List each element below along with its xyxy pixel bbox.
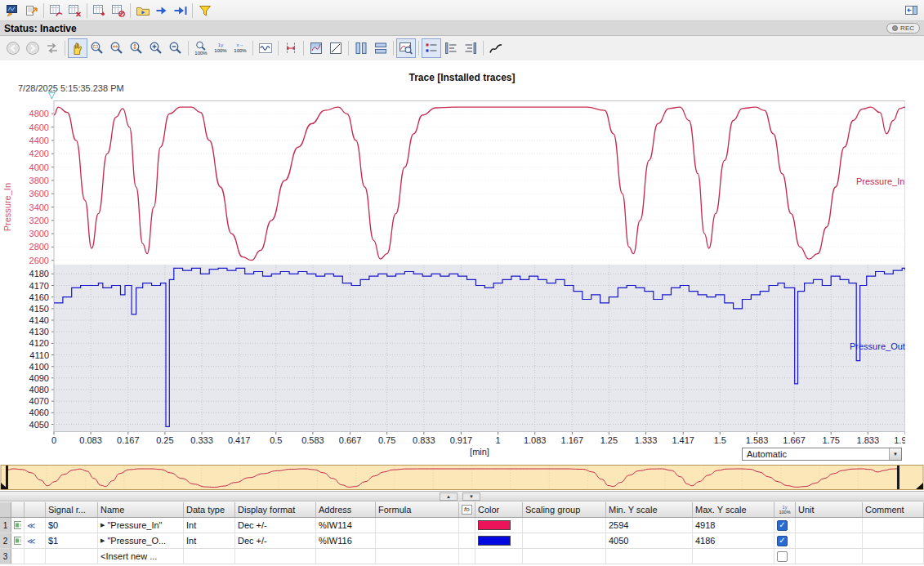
zoom-area-button[interactable] — [87, 38, 107, 58]
line-style-button[interactable] — [326, 38, 346, 58]
trace-overview[interactable] — [0, 465, 924, 490]
name-cell[interactable]: ▶"Pressure_O... — [98, 533, 184, 548]
header-signal[interactable]: Signal r... — [46, 502, 98, 517]
signal-ref-cell[interactable]: $1 — [46, 533, 98, 548]
svg-text:4180: 4180 — [29, 269, 49, 279]
zoom-time-button[interactable] — [107, 38, 127, 58]
color-cell[interactable] — [475, 533, 523, 548]
export-traces-button[interactable] — [22, 2, 41, 20]
filter-button[interactable] — [195, 2, 214, 20]
swap-view-button[interactable] — [42, 38, 62, 58]
legend-left-button[interactable] — [441, 38, 461, 58]
back-button[interactable] — [3, 38, 23, 58]
chart-appearance-button[interactable] — [306, 38, 326, 58]
add-measurement-button[interactable] — [47, 2, 65, 20]
zoom-100-button[interactable]: 100% — [191, 38, 211, 58]
color-cell[interactable] — [475, 518, 523, 533]
data-type-cell[interactable]: Int — [184, 518, 235, 533]
import-measurement-button[interactable] — [133, 2, 152, 20]
name-cell[interactable]: ▶"Pressure_In" — [98, 518, 184, 533]
filter-icon — [198, 3, 212, 18]
visible-checkbox[interactable] — [777, 520, 788, 531]
color-swatch[interactable] — [478, 536, 511, 546]
save-measurement-button[interactable] — [90, 2, 109, 20]
scaling-group-cell[interactable] — [523, 533, 606, 548]
y-scale-100-button[interactable]: 1y100% — [211, 38, 230, 58]
chevron-down-icon[interactable]: ▼ — [889, 448, 901, 460]
transfer-to-device-button[interactable] — [171, 2, 190, 20]
address-cell[interactable]: %IW114 — [316, 518, 376, 533]
scaling-group-cell[interactable] — [523, 518, 606, 533]
header-name[interactable]: Name — [98, 502, 184, 517]
expand-arrow-icon[interactable]: ▶ — [100, 537, 105, 544]
header-fo-icon: fo — [459, 502, 475, 517]
formula-cell[interactable] — [376, 518, 459, 533]
header-min-y[interactable]: Min. Y scale — [606, 502, 693, 517]
formula-cell[interactable] — [376, 533, 459, 548]
zoom-value-button[interactable] — [127, 38, 146, 58]
header-comment[interactable]: Comment — [863, 502, 924, 517]
header-max-y[interactable]: Max. Y scale — [693, 502, 774, 517]
insert-new-cell[interactable]: <Insert new ... — [98, 549, 184, 564]
min-y-cell[interactable]: 2594 — [606, 518, 693, 533]
signal-ref-cell[interactable]: $0 — [46, 518, 98, 533]
scale-mode-dropdown[interactable]: Automatic ▼ — [742, 448, 902, 461]
data-type-cell[interactable]: Int — [184, 533, 235, 548]
show-legend-button[interactable] — [422, 38, 441, 58]
rec-button[interactable]: REC — [886, 23, 920, 33]
legend-right-button[interactable] — [461, 38, 480, 58]
visible-checkbox[interactable] — [777, 551, 788, 562]
fit-curve-button[interactable] — [256, 38, 275, 58]
zoom-in-button[interactable] — [146, 38, 166, 58]
display-format-cell[interactable]: Dec +/- — [235, 533, 316, 548]
toolbar-separator — [252, 41, 253, 56]
transfer-trace-button[interactable] — [152, 2, 171, 20]
display-format-cell[interactable]: Dec +/- — [235, 518, 316, 533]
trigger-marker-icon[interactable]: ▽ — [48, 90, 55, 100]
collapse-down-icon[interactable]: ▼ — [462, 492, 480, 501]
visible-checkbox[interactable] — [777, 536, 788, 546]
delete-measurement-button[interactable] — [65, 2, 84, 20]
comment-cell[interactable] — [863, 533, 924, 548]
forward-button[interactable] — [23, 38, 42, 58]
header-data-type[interactable]: Data type — [184, 502, 235, 517]
color-swatch[interactable] — [478, 520, 511, 530]
row-number[interactable]: 2 — [0, 533, 11, 548]
header-formula[interactable]: Formula — [376, 502, 459, 517]
max-y-cell[interactable]: 4186 — [693, 533, 774, 548]
svg-text:4200: 4200 — [29, 149, 49, 158]
splitter-bar[interactable]: ▲ ▼ — [0, 491, 924, 501]
trace-plot[interactable]: 2600280030003200340036003800400042004400… — [0, 100, 905, 460]
x-scale-100-button[interactable]: x→100% — [230, 38, 250, 58]
unit-cell[interactable] — [796, 518, 863, 533]
measurement-cursors-button[interactable] — [281, 38, 301, 58]
discard-measurement-button[interactable] — [109, 2, 127, 20]
row-number[interactable]: 3 — [0, 549, 11, 564]
header-display-format[interactable]: Display format — [235, 502, 316, 517]
trace-view-button[interactable] — [3, 2, 22, 20]
unit-cell[interactable] — [796, 533, 863, 548]
header-color[interactable]: Color — [475, 502, 523, 517]
svg-text:0.833: 0.833 — [413, 435, 435, 445]
collapse-panel-button[interactable] — [902, 2, 921, 20]
signal-ref-cell[interactable] — [46, 549, 98, 564]
annotation-button[interactable] — [486, 38, 506, 58]
expand-arrow-icon[interactable]: ▶ — [100, 522, 105, 528]
split-horizontal-button[interactable] — [371, 38, 391, 58]
header-unit[interactable]: Unit — [796, 502, 863, 517]
address-cell[interactable]: %IW116 — [316, 533, 376, 548]
comment-cell[interactable] — [863, 518, 924, 533]
show-overview-button[interactable] — [396, 38, 416, 58]
svg-text:2600: 2600 — [29, 256, 49, 265]
min-y-cell[interactable]: 4050 — [606, 533, 693, 548]
header-address[interactable]: Address — [316, 502, 376, 517]
pan-button[interactable] — [68, 38, 87, 58]
row-number[interactable]: 1 — [0, 518, 11, 533]
zoom-out-button[interactable] — [166, 38, 185, 58]
collapse-up-icon[interactable]: ▲ — [440, 492, 458, 501]
insert-new-label: <Insert new ... — [100, 551, 157, 561]
split-vertical-button[interactable] — [351, 38, 371, 58]
series-label-pressure-in: Pressure_In — [856, 176, 904, 186]
header-scaling-group[interactable]: Scaling group — [523, 502, 606, 517]
max-y-cell[interactable]: 4918 — [693, 518, 774, 533]
